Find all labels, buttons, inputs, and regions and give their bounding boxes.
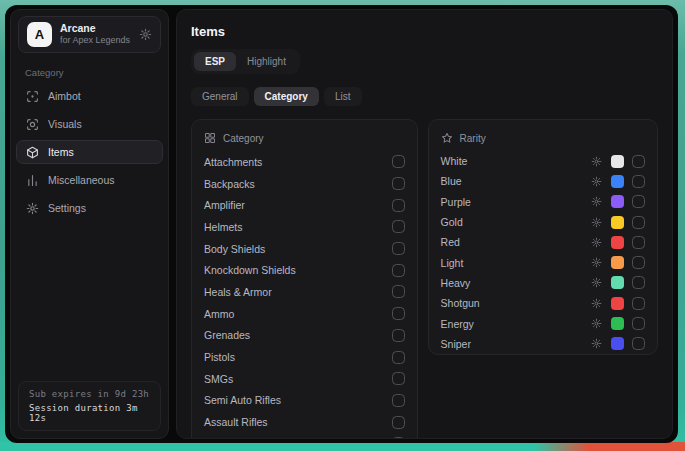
rarity-row: Red xyxy=(441,232,645,252)
rarity-checkbox[interactable] xyxy=(632,216,645,229)
rarity-row-label: Purple xyxy=(441,196,591,208)
category-checkbox[interactable] xyxy=(392,177,405,190)
category-row: Helmets xyxy=(204,216,405,238)
esp-highlight-toggle: ESPHighlight xyxy=(191,49,300,74)
rarity-settings-gear-icon[interactable] xyxy=(591,338,602,349)
rarity-row-label: White xyxy=(441,155,591,167)
rarity-settings-gear-icon[interactable] xyxy=(591,298,602,309)
category-row: Knockdown Shields xyxy=(204,259,405,281)
sub-expires-text: Sub expires in 9d 23h xyxy=(29,389,150,399)
app-window: A Arcane for Apex Legends Category Aimbo… xyxy=(5,5,678,443)
rarity-checkbox[interactable] xyxy=(632,236,645,249)
sidebar-item-miscellaneous[interactable]: Miscellaneous xyxy=(16,168,163,192)
rarity-row-label: Energy xyxy=(441,318,591,330)
mode-chip-highlight[interactable]: Highlight xyxy=(236,52,297,71)
category-row: Semi Auto Rifles xyxy=(204,390,405,412)
rarity-color-swatch[interactable] xyxy=(611,155,624,168)
rarity-settings-gear-icon[interactable] xyxy=(591,176,602,187)
session-duration-text: Session duration 3m 12s xyxy=(29,403,150,423)
star-icon xyxy=(441,132,453,144)
tab-bar: GeneralCategoryList xyxy=(191,87,658,106)
category-row: LMGs xyxy=(204,433,405,439)
rarity-color-swatch[interactable] xyxy=(611,195,624,208)
rarity-checkbox[interactable] xyxy=(632,297,645,310)
rarity-row: Heavy xyxy=(441,273,645,293)
category-checkbox[interactable] xyxy=(392,307,405,320)
category-checkbox[interactable] xyxy=(392,372,405,385)
subscription-box: Sub expires in 9d 23h Session duration 3… xyxy=(18,381,161,431)
rarity-row-label: Sniper xyxy=(441,338,591,350)
rarity-row: Shotgun xyxy=(441,293,645,313)
rarity-color-swatch[interactable] xyxy=(611,175,624,188)
sidebar-item-items[interactable]: Items xyxy=(16,140,163,164)
category-checkbox[interactable] xyxy=(392,416,405,429)
category-row: Amplifier xyxy=(204,194,405,216)
rarity-color-swatch[interactable] xyxy=(611,256,624,269)
category-checkbox[interactable] xyxy=(392,329,405,342)
rarity-panel-title: Rarity xyxy=(460,133,486,144)
rarity-row: Purple xyxy=(441,192,645,212)
mode-chip-esp[interactable]: ESP xyxy=(194,52,236,71)
category-row-label: Attachments xyxy=(204,156,262,168)
category-row: Backpacks xyxy=(204,173,405,195)
category-checkbox[interactable] xyxy=(392,285,405,298)
sidebar-item-label: Aimbot xyxy=(48,90,81,102)
tab-category[interactable]: Category xyxy=(254,87,319,106)
main-panel: Items ESPHighlight GeneralCategoryList C… xyxy=(176,9,673,439)
rarity-color-swatch[interactable] xyxy=(611,317,624,330)
rarity-row-label: Heavy xyxy=(441,277,591,289)
category-checkbox[interactable] xyxy=(392,199,405,212)
category-checkbox[interactable] xyxy=(392,220,405,233)
panels: Category AttachmentsBackpacksAmplifierHe… xyxy=(191,119,658,439)
rarity-row: Blue xyxy=(441,171,645,191)
rarity-row: Gold xyxy=(441,212,645,232)
rarity-row-label: Shotgun xyxy=(441,297,591,309)
rarity-color-swatch[interactable] xyxy=(611,216,624,229)
category-row-label: Ammo xyxy=(204,308,234,320)
category-row-label: Grenades xyxy=(204,329,250,341)
rarity-color-swatch[interactable] xyxy=(611,297,624,310)
sidebar-item-visuals[interactable]: Visuals xyxy=(16,112,163,136)
rarity-checkbox[interactable] xyxy=(632,175,645,188)
rarity-checkbox[interactable] xyxy=(632,337,645,350)
app-subtitle: for Apex Legends xyxy=(60,35,131,46)
category-row: Grenades xyxy=(204,325,405,347)
rarity-checkbox[interactable] xyxy=(632,317,645,330)
rarity-settings-gear-icon[interactable] xyxy=(591,257,602,268)
category-checkbox[interactable] xyxy=(392,242,405,255)
category-checkbox[interactable] xyxy=(392,394,405,407)
category-row-label: Helmets xyxy=(204,221,243,233)
header-gear-icon[interactable] xyxy=(139,28,152,41)
rarity-color-swatch[interactable] xyxy=(611,236,624,249)
rarity-panel: Rarity WhiteBluePurpleGoldRedLightHeavyS… xyxy=(428,119,658,355)
category-row-label: Assault Rifles xyxy=(204,416,268,428)
rarity-checkbox[interactable] xyxy=(632,155,645,168)
rarity-color-swatch[interactable] xyxy=(611,276,624,289)
tab-list[interactable]: List xyxy=(324,87,362,106)
rarity-settings-gear-icon[interactable] xyxy=(591,318,602,329)
sidebar-nav: AimbotVisualsItemsMiscellaneousSettings xyxy=(11,84,168,220)
category-row: Body Shields xyxy=(204,238,405,260)
sidebar-item-settings[interactable]: Settings xyxy=(16,196,163,220)
rarity-checkbox[interactable] xyxy=(632,276,645,289)
rarity-checkbox[interactable] xyxy=(632,256,645,269)
category-checkbox[interactable] xyxy=(392,351,405,364)
rarity-settings-gear-icon[interactable] xyxy=(591,217,602,228)
rarity-settings-gear-icon[interactable] xyxy=(591,237,602,248)
category-checkbox[interactable] xyxy=(392,155,405,168)
rarity-settings-gear-icon[interactable] xyxy=(591,196,602,207)
rarity-settings-gear-icon[interactable] xyxy=(591,156,602,167)
category-row-label: Heals & Armor xyxy=(204,286,272,298)
rarity-color-swatch[interactable] xyxy=(611,337,624,350)
tab-general[interactable]: General xyxy=(191,87,249,106)
grid-icon xyxy=(204,132,216,144)
rarity-settings-gear-icon[interactable] xyxy=(591,277,602,288)
category-checkbox[interactable] xyxy=(392,264,405,277)
category-checkbox[interactable] xyxy=(392,437,405,439)
rarity-checkbox[interactable] xyxy=(632,195,645,208)
focus-eye-icon xyxy=(26,118,39,131)
category-row-label: Amplifier xyxy=(204,199,245,211)
category-row-label: LMGs xyxy=(204,438,232,439)
app-header-titles: Arcane for Apex Legends xyxy=(60,22,131,46)
sidebar-item-aimbot[interactable]: Aimbot xyxy=(16,84,163,108)
